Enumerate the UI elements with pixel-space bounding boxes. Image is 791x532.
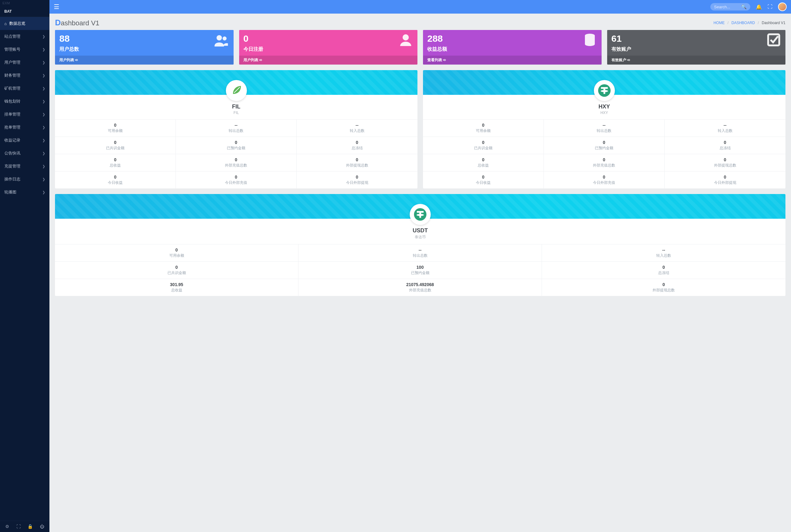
- coin-card: FILFIL 0可用余额--转出总数--转入总数0已共识金额0已预约金额0总冻结…: [55, 70, 417, 188]
- coin-cell: --转入总数: [542, 244, 786, 261]
- coin-label: 已预约金额: [178, 146, 295, 151]
- coin-label: 已预约金额: [546, 146, 662, 151]
- coin-cell: 0今日收益: [423, 171, 544, 188]
- svg-rect-6: [603, 89, 605, 94]
- coin-cell: 0已共识金额: [423, 136, 544, 154]
- topbar: ☰ 🔍 🔔 ⛶: [50, 0, 791, 14]
- coin-label: 转入总数: [666, 128, 784, 133]
- users-icon: [213, 33, 229, 49]
- sidebar-item[interactable]: 抢单管理❯: [0, 121, 50, 134]
- coin-value: --: [546, 122, 662, 128]
- arrow-icon: ➪: [627, 58, 630, 62]
- stat-link[interactable]: 用户列表 ➪: [239, 56, 418, 64]
- coin-cell: 0总冻结: [297, 136, 417, 154]
- coin-label: 总冻结: [666, 146, 784, 151]
- sidebar-item[interactable]: 排单管理❯: [0, 108, 50, 121]
- sidebar-section: BAT: [0, 6, 50, 17]
- sidebar-item[interactable]: 钱包划转❯: [0, 95, 50, 108]
- coin-value: 0: [57, 157, 174, 162]
- coin-value: 301.95: [57, 282, 296, 287]
- coin-value: 0: [178, 140, 295, 145]
- avatar[interactable]: [778, 2, 787, 11]
- coin-cell: 0总冻结: [665, 136, 786, 154]
- check-icon: [766, 33, 781, 47]
- coin-label: 今日外部充值: [178, 180, 295, 185]
- coin-cell: 0可用余额: [55, 244, 299, 261]
- chevron-right-icon: ❯: [42, 151, 45, 155]
- menu-toggle-icon[interactable]: ☰: [54, 3, 59, 11]
- stat-link[interactable]: 用户列表 ➪: [55, 56, 233, 64]
- coin-value: 0: [425, 174, 542, 179]
- sidebar-item[interactable]: 收益记录❯: [0, 134, 50, 147]
- bell-icon[interactable]: 🔔: [756, 4, 762, 10]
- coin-value: 0: [299, 157, 416, 162]
- sidebar-item[interactable]: 站点管理❯: [0, 30, 50, 43]
- coin-cell: 0可用余额: [423, 119, 544, 136]
- svg-rect-8: [419, 213, 421, 218]
- coin-cell: 0外部充值总数: [544, 154, 665, 171]
- sidebar-item[interactable]: 公告快讯❯: [0, 147, 50, 160]
- sidebar-item-label: 充提管理: [4, 164, 20, 169]
- coin-label: 今日收益: [425, 180, 542, 185]
- coin-label: 可用余额: [57, 128, 174, 133]
- search-icon[interactable]: 🔍: [741, 4, 747, 9]
- stat-card: 88 用户总数 用户列表 ➪: [55, 30, 233, 64]
- coin-cell: 0总收益: [55, 154, 176, 171]
- stat-row: 88 用户总数 用户列表 ➪ 0 今日注册 用户列表 ➪ 288 收益总额 查看…: [50, 30, 791, 70]
- coin-cell: 0已预约金额: [176, 136, 297, 154]
- coin-cell: 0外部充值总数: [176, 154, 297, 171]
- coin-label: 外部提现总数: [666, 163, 784, 168]
- sidebar-item[interactable]: 用户管理❯: [0, 56, 50, 69]
- chevron-right-icon: ❯: [42, 177, 45, 182]
- arrow-icon: ➪: [259, 58, 262, 62]
- coin-value: 0: [546, 140, 662, 145]
- coin-label: 外部提现总数: [544, 288, 784, 293]
- search-box[interactable]: 🔍: [710, 3, 750, 11]
- svg-point-2: [402, 34, 409, 40]
- coin-label: 总冻结: [299, 146, 416, 151]
- sidebar-item-label: 抢单管理: [4, 125, 20, 130]
- coin-label: 转出总数: [546, 128, 662, 133]
- svg-point-1: [223, 36, 226, 40]
- coin-cell: 0今日外部提现: [665, 171, 786, 188]
- sidebar-item[interactable]: 充提管理❯: [0, 160, 50, 173]
- stat-link[interactable]: 查看列表 ➪: [423, 56, 602, 64]
- search-input[interactable]: [714, 5, 739, 9]
- coin-cell: 0今日外部充值: [176, 171, 297, 188]
- coin-value: 0: [178, 174, 295, 179]
- page-title: Dashboard V1: [55, 18, 99, 27]
- coin-grid: 0可用余额--转出总数--转入总数0已共识金额0已预约金额0总冻结0总收益0外部…: [55, 119, 417, 188]
- coin-value: --: [544, 247, 784, 252]
- stat-link[interactable]: 有效账户 ➪: [607, 56, 786, 64]
- breadcrumb-home[interactable]: HOME: [713, 21, 724, 25]
- sidebar-item[interactable]: 矿机管理❯: [0, 82, 50, 95]
- breadcrumb-dashboard[interactable]: DASHBOARD: [731, 21, 755, 25]
- coin-label: 今日外部提现: [666, 180, 784, 185]
- coin-row: USDT泰达币 0可用余额--转出总数--转入总数0已共识金额100已预约金额0…: [50, 194, 791, 302]
- svg-point-0: [216, 35, 222, 40]
- coin-label: 已共识金额: [57, 270, 296, 276]
- sidebar-item[interactable]: 财务管理❯: [0, 69, 50, 82]
- sidebar-item-label: 矿机管理: [4, 86, 20, 91]
- sidebar-item-label: 公告快讯: [4, 150, 20, 156]
- sidebar-item-label: 排单管理: [4, 112, 20, 117]
- coin-value: --: [299, 122, 416, 128]
- sidebar-item[interactable]: ⌂数据总览: [0, 17, 50, 30]
- coin-label: 转入总数: [544, 253, 784, 258]
- sidebar-item[interactable]: 管理账号❯: [0, 43, 50, 56]
- sidebar-item-label: 收益记录: [4, 137, 20, 143]
- page-header: Dashboard V1 HOME / DASHBOARD / Dashboar…: [50, 14, 791, 30]
- coin-value: 0: [299, 174, 416, 179]
- stat-label: 今日注册: [244, 46, 413, 53]
- coin-logo-icon: [410, 204, 431, 225]
- coin-subname: HXY: [423, 111, 786, 115]
- chevron-right-icon: ❯: [42, 126, 45, 130]
- sidebar-item[interactable]: 操作日志❯: [0, 173, 50, 186]
- stat-card: 61 有效账户 有效账户 ➪: [607, 30, 786, 64]
- coin-value: 0: [546, 157, 662, 162]
- coin-value: 0: [666, 157, 784, 162]
- chevron-right-icon: ❯: [42, 138, 45, 142]
- sidebar-item[interactable]: 轮播图❯: [0, 186, 50, 198]
- fullscreen-icon[interactable]: ⛶: [768, 4, 772, 10]
- chevron-right-icon: ❯: [42, 190, 45, 194]
